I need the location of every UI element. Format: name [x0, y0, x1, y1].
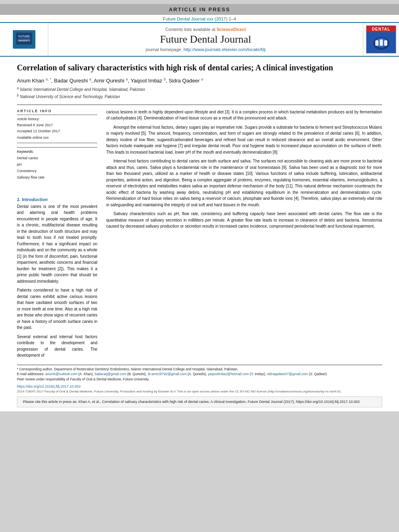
two-col-layout: ARTICLE INFO Article history: Received 8… — [17, 109, 382, 362]
right-para-4: Salivary characteristics such as pH, flo… — [106, 211, 382, 230]
footnote-area: * Corresponding author. Department of Re… — [17, 367, 382, 382]
peer-review-note: Peer review under responsibility of Facu… — [17, 377, 382, 382]
affiliation-a: a Islamic International Dental College a… — [17, 86, 382, 92]
right-para-3: Internal host factors contributing to de… — [106, 158, 382, 208]
sciencedirect-prefix: Contents lists available at — [165, 27, 217, 32]
affiliation-b: b National University of Science and Tec… — [17, 93, 382, 100]
homepage-prefix: journal homepage: — [146, 47, 183, 52]
footnote-divider — [17, 365, 382, 365]
publisher-logo: FUTURE UNIVERSITY — [13, 30, 35, 48]
main-content: Correlation of salivary characteristics … — [0, 57, 399, 411]
journal-title: Future Dental Journal — [160, 33, 251, 45]
author-4: Yaqoot Imtiaz b — [131, 78, 166, 84]
svg-text:UNIVERSITY: UNIVERSITY — [18, 39, 30, 42]
author-2: Badar Qureshi a — [54, 78, 91, 84]
dental-image-area: DENTAL — [363, 23, 399, 56]
svg-rect-7 — [375, 40, 378, 46]
page: ARTICLE IN PRESS Future Dental Journal x… — [0, 4, 399, 411]
citation-box: Please cite this article in press as: Kh… — [17, 396, 382, 408]
history-label: Article history: — [17, 117, 97, 121]
authors-line: Anum Khan a, *, Badar Qureshi a, Amir Qu… — [17, 77, 382, 84]
doi-link[interactable]: https://doi.org/10.1016/j.fdj.2017.10.00… — [17, 384, 382, 388]
article-history-box: Article history: Received 8 June 2017 Ac… — [17, 115, 97, 143]
banner-text: ARTICLE IN PRESS — [169, 6, 230, 12]
citation-box-text: Please cite this article in press as: Kh… — [23, 400, 360, 404]
corresponding-author-note: * Corresponding author. Department of Re… — [17, 367, 382, 372]
sciencedirect-line: Contents lists available at ScienceDirec… — [165, 27, 246, 32]
keyword-4: Salivary flow rate — [17, 174, 97, 181]
dental-label: DENTAL — [366, 26, 396, 32]
article-in-press-banner: ARTICLE IN PRESS — [0, 4, 399, 15]
intro-para-1: Dental caries is one of the most prevale… — [17, 203, 97, 285]
author-3: Amir Qureshi a — [94, 78, 128, 84]
divider-after-affiliations — [17, 105, 382, 105]
svg-text:FUTURE: FUTURE — [18, 35, 30, 38]
dental-cover-image: DENTAL — [366, 25, 396, 53]
keyword-2: pH — [17, 161, 97, 168]
copyright-line: 2314-7180/© 2017 Faculty of Oral & Denta… — [17, 389, 382, 394]
article-info-heading: ARTICLE INFO — [17, 109, 97, 113]
article-title: Correlation of salivary characteristics … — [17, 62, 382, 73]
journal-header: FUTURE UNIVERSITY Contents lists availab… — [0, 22, 399, 57]
journal-homepage-line: journal homepage: http://www.journals.el… — [146, 47, 265, 52]
email-2: badaraq@gmail.com (B. Qureshi), — [95, 372, 146, 376]
affiliations: a Islamic International Dental College a… — [17, 86, 382, 100]
svg-rect-9 — [384, 40, 387, 46]
email-4: yaqootimtiaz@hotmail.com (Y. Imtiaz), — [208, 372, 266, 376]
intro-heading: 1. Introduction — [17, 197, 97, 202]
keywords-label: Keywords: — [17, 150, 97, 154]
intro-para-3: Several external and internal host facto… — [17, 334, 97, 359]
citation-text: Future Dental Journal xxx (2017) 1–4 — [163, 16, 236, 21]
right-para-1: carious lesions in teeth is highly depen… — [106, 109, 382, 121]
svg-rect-8 — [380, 39, 383, 46]
author-5: Sidra Qadeer a — [169, 78, 203, 84]
article-info-column: ARTICLE INFO Article history: Received 8… — [17, 109, 97, 362]
keywords-list: Dental caries pH Consistency Salivary fl… — [17, 155, 97, 181]
journal-title-area: Contents lists available at ScienceDirec… — [48, 23, 363, 56]
sciencedirect-link[interactable]: ScienceDirect — [217, 27, 246, 32]
received-date: Received 8 June 2017 Accepted 12 October… — [17, 122, 97, 141]
intro-para-2: Patients considered to have a high risk … — [17, 287, 97, 331]
citation-line: Future Dental Journal xxx (2017) 1–4 — [0, 15, 399, 22]
right-para-2: Amongst the external host factors, dieta… — [106, 124, 382, 156]
email-label: E-mail addresses: — [17, 372, 44, 376]
svg-rect-0 — [16, 33, 32, 45]
author-1: Anum Khan a, * — [17, 78, 51, 84]
keyword-3: Consistency — [17, 168, 97, 174]
email-3: dr.amir28792@gmail.com (A. Qureshi), — [148, 372, 207, 376]
keyword-1: Dental caries — [17, 155, 97, 161]
logo-top-text: FUTURE UNIVERSITY — [16, 33, 32, 46]
homepage-url[interactable]: http://www.journals.elsevier.com/locate/… — [183, 47, 265, 52]
introduction-in-left: 1. Introduction Dental caries is one of … — [17, 197, 97, 359]
right-column: carious lesions in teeth is highly depen… — [106, 109, 382, 362]
email-1: anumk@outlook.com (A. Khan), — [45, 372, 94, 376]
email-5: sidraqadeer07@gmail.com (S. Qadeer). — [267, 372, 328, 376]
keywords-section: Keywords: Dental caries pH Consistency S… — [17, 147, 97, 181]
journal-logo-area: FUTURE UNIVERSITY — [0, 23, 48, 56]
email-addresses-line: E-mail addresses: anumk@outlook.com (A. … — [17, 372, 382, 377]
